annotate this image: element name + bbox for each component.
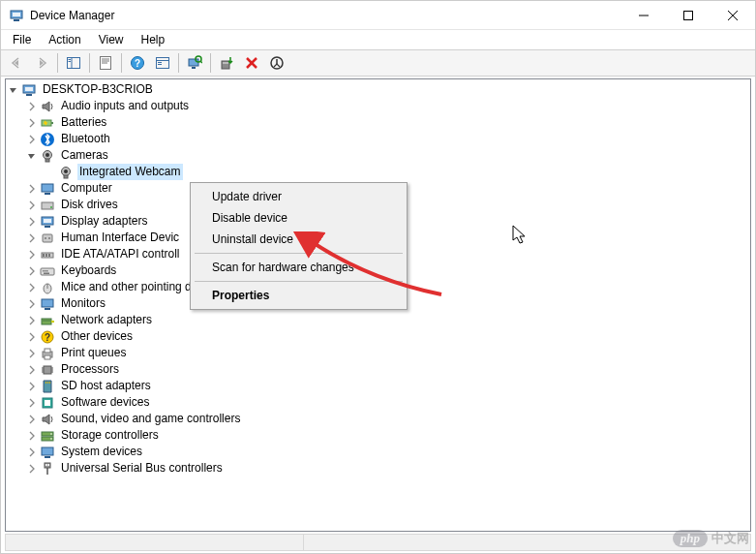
svg-rect-64 [45, 308, 50, 310]
expand-arrow-icon[interactable] [24, 231, 40, 246]
expand-arrow-icon[interactable] [24, 395, 40, 411]
svg-rect-22 [192, 67, 196, 69]
menu-file[interactable]: File [5, 31, 39, 48]
expand-arrow-icon[interactable] [24, 362, 40, 378]
device-icon [40, 198, 55, 213]
tree-category[interactable]: Sound, video and game controllers [6, 411, 750, 427]
tree-node-label: SD host adapters [59, 378, 153, 394]
show-hide-console-tree-button[interactable] [62, 51, 85, 75]
tree-node-label: Print queues [59, 345, 128, 361]
expand-arrow-icon[interactable] [24, 346, 40, 361]
expand-arrow-icon[interactable] [24, 198, 40, 213]
tree-category[interactable]: Storage controllers [6, 427, 750, 444]
expand-arrow-icon[interactable] [24, 263, 40, 279]
expand-arrow-icon[interactable] [24, 181, 40, 197]
window-title: Device Manager [30, 9, 114, 22]
svg-rect-48 [44, 219, 51, 223]
tree-category[interactable]: Print queues [6, 345, 750, 361]
tree-category[interactable]: Batteries [6, 114, 750, 131]
minimize-button[interactable] [621, 1, 666, 29]
context-menu-item[interactable]: Update driver [193, 186, 405, 207]
svg-rect-32 [25, 87, 33, 91]
expand-arrow-icon[interactable] [24, 379, 40, 394]
expand-arrow-icon[interactable] [24, 115, 40, 131]
menu-view[interactable]: View [91, 31, 132, 48]
disable-button[interactable] [265, 51, 288, 75]
tree-category[interactable]: System devices [6, 444, 750, 460]
help-button[interactable]: ? [126, 51, 149, 75]
device-icon [40, 263, 55, 279]
svg-rect-20 [158, 64, 162, 65]
expand-arrow-icon[interactable] [43, 165, 58, 180]
svg-rect-73 [44, 366, 51, 374]
expand-arrow-icon[interactable] [24, 132, 40, 147]
menu-action[interactable]: Action [41, 31, 88, 48]
tree-category[interactable]: SD host adapters [6, 378, 750, 394]
watermark: php 中文网 [673, 530, 749, 547]
toolbar-separator [178, 53, 179, 73]
expand-arrow-icon[interactable] [24, 296, 40, 312]
expand-arrow-icon[interactable] [24, 461, 40, 477]
tree-device[interactable]: Integrated Webcam [6, 164, 750, 180]
maximize-button[interactable] [666, 1, 711, 29]
tree-category[interactable]: Universal Serial Bus controllers [6, 460, 750, 477]
expand-arrow-icon[interactable] [24, 313, 40, 328]
svg-rect-84 [45, 400, 50, 406]
expand-arrow-icon[interactable] [24, 445, 40, 460]
expand-arrow-icon[interactable] [24, 412, 40, 427]
scan-hardware-button[interactable] [183, 51, 206, 75]
tree-category[interactable]: Cameras [6, 147, 750, 164]
close-button[interactable] [711, 1, 755, 29]
tree-category[interactable]: Processors [6, 361, 750, 378]
context-menu-item[interactable]: Uninstall device [193, 229, 405, 250]
tree-category[interactable]: Bluetooth [6, 131, 750, 147]
app-icon [9, 8, 24, 23]
device-icon [40, 181, 55, 197]
expand-arrow-icon[interactable] [6, 82, 21, 98]
title-bar: Device Manager [1, 1, 755, 30]
tree-node-label: Disk drives [59, 197, 120, 213]
tree-node-label: Network adapters [59, 312, 154, 328]
device-icon [58, 165, 74, 180]
svg-rect-59 [46, 270, 48, 272]
device-icon [40, 132, 55, 147]
tree-node-label: Software devices [59, 394, 151, 411]
tree-root[interactable]: DESKTOP-B3CRIOB [6, 81, 750, 98]
menu-help[interactable]: Help [134, 31, 173, 48]
expand-arrow-icon[interactable] [24, 99, 40, 114]
expand-arrow-icon[interactable] [24, 329, 40, 345]
svg-rect-57 [43, 270, 45, 272]
svg-rect-49 [43, 234, 52, 242]
expand-arrow-icon[interactable] [24, 148, 40, 164]
expand-arrow-icon[interactable] [24, 280, 40, 295]
tree-category[interactable]: Audio inputs and outputs [6, 98, 750, 114]
properties-button[interactable] [94, 51, 117, 75]
expand-arrow-icon[interactable] [24, 214, 40, 230]
toolbar-separator [57, 53, 58, 73]
uninstall-button[interactable] [240, 51, 263, 75]
tree-category[interactable]: Software devices [6, 394, 750, 411]
context-menu-item[interactable]: Scan for hardware changes [193, 257, 405, 278]
device-icon [40, 362, 55, 378]
svg-rect-63 [42, 299, 53, 307]
svg-rect-42 [42, 184, 53, 192]
context-menu-item[interactable]: Properties [193, 285, 405, 306]
svg-rect-93 [48, 464, 50, 466]
tree-node-label: System devices [59, 444, 144, 460]
expand-arrow-icon[interactable] [24, 247, 40, 262]
device-icon [40, 231, 55, 246]
expand-arrow-icon[interactable] [24, 428, 40, 444]
svg-text:?: ? [45, 332, 50, 343]
tree-node-label: Bluetooth [59, 131, 112, 147]
svg-rect-80 [45, 382, 46, 384]
svg-rect-82 [49, 382, 50, 384]
tree-category[interactable]: ?Other devices [6, 328, 750, 345]
update-driver-button[interactable] [215, 51, 238, 75]
tree-node-label: IDE ATA/ATAPI controll [59, 246, 181, 262]
toolbar-separator [121, 53, 122, 73]
device-icon [40, 280, 55, 295]
device-icon [40, 99, 55, 114]
context-menu-item[interactable]: Disable device [193, 207, 405, 229]
action-button[interactable] [151, 51, 174, 75]
tree-category[interactable]: Network adapters [6, 312, 750, 328]
